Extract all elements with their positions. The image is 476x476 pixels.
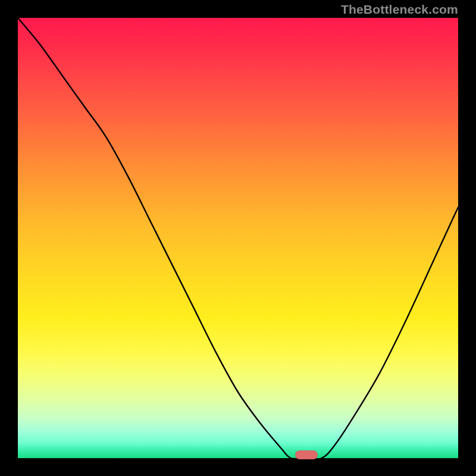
watermark-text: TheBottleneck.com xyxy=(341,2,458,17)
plot-area xyxy=(18,18,458,458)
optimal-marker xyxy=(295,450,318,459)
chart-frame: TheBottleneck.com xyxy=(0,0,476,476)
bottleneck-curve xyxy=(18,18,458,458)
